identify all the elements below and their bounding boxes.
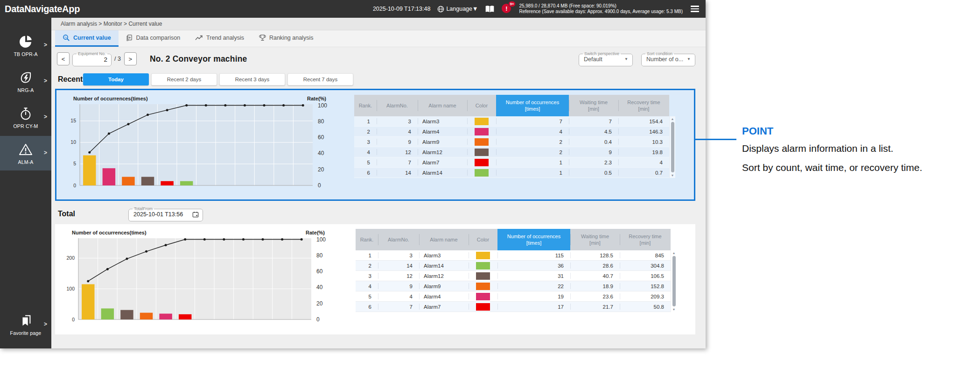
- pareto-bar-Alarm12: [141, 177, 154, 185]
- equipment-prev-button[interactable]: <: [57, 52, 70, 65]
- alarm-row-Alarm4[interactable]: 54Alarm41923.6209.3: [356, 291, 671, 302]
- cell-recovery: 146.3: [618, 127, 669, 136]
- sort-condition-value: Number of o...: [646, 56, 683, 63]
- menu-icon[interactable]: [690, 5, 700, 13]
- alert-notification-icon[interactable]: ! 9+: [502, 4, 512, 14]
- scroll-down-icon[interactable]: ▼: [672, 307, 676, 312]
- tab-data-comparison[interactable]: Data comparison: [119, 30, 188, 47]
- column-header-text: AlarmNo.: [388, 236, 409, 243]
- column-header-recovery[interactable]: Recovery time[min]: [620, 229, 671, 250]
- scrollbar-thumb[interactable]: [671, 122, 674, 172]
- column-header-occurrences[interactable]: Number of occurrences[times]: [497, 229, 570, 250]
- point-title: POINT: [742, 125, 922, 137]
- document-compare-icon: [126, 34, 133, 42]
- pareto-bar-Alarm12: [120, 310, 133, 319]
- sidebar-item-nrg-a[interactable]: NRG-A >: [0, 64, 51, 99]
- chart-right-axis-title: Rate(%): [307, 96, 326, 101]
- scroll-up-icon[interactable]: ▲: [671, 116, 674, 121]
- equipment-next-button[interactable]: >: [124, 52, 137, 65]
- column-header-color[interactable]: Color: [469, 229, 497, 250]
- cell-occurrences: 22: [497, 281, 570, 291]
- column-header-name[interactable]: Alarm name: [418, 95, 467, 116]
- alarm-row-Alarm4[interactable]: 24Alarm444.5146.3: [354, 127, 669, 137]
- cell-name: Alarm12: [418, 147, 467, 157]
- range-button-recent-3-days[interactable]: Recent 3 days: [219, 73, 285, 85]
- alarm-row-Alarm12[interactable]: 312Alarm123140.7106.5: [356, 271, 671, 281]
- column-header-alarm_no[interactable]: AlarmNo.: [378, 229, 419, 250]
- manual-book-icon[interactable]: [485, 5, 495, 13]
- chevron-right-icon: >: [44, 78, 47, 84]
- pie-chart-icon: [18, 34, 33, 49]
- column-header-waiting[interactable]: Waiting time[min]: [569, 95, 618, 116]
- sidebar-item-opr-cy-m[interactable]: OPR CY-M >: [0, 100, 51, 135]
- scroll-down-icon[interactable]: ▼: [671, 173, 674, 178]
- magnifier-icon: [63, 34, 70, 42]
- alarm-row-Alarm3[interactable]: 13Alarm377154.4: [354, 116, 669, 127]
- sidebar-item-label: NRG-A: [18, 87, 34, 93]
- breadcrumb[interactable]: Alarm analysis > Monitor > Current value: [51, 18, 706, 30]
- switch-perspective-dropdown[interactable]: Switch perspective Default ▼: [579, 52, 633, 66]
- chevron-right-icon: >: [44, 113, 47, 120]
- recent-alarm-panel: Number of occurrences(times) Rate(%) 051…: [55, 89, 695, 201]
- svg-text:15: 15: [70, 118, 76, 123]
- range-button-recent-2-days[interactable]: Recent 2 days: [151, 73, 217, 85]
- column-header-rank[interactable]: Rank.: [354, 95, 377, 116]
- column-header-occurrences[interactable]: Number of occurrences[times]: [496, 95, 569, 116]
- scrollbar-thumb[interactable]: [672, 256, 676, 306]
- range-button-recent-7-days[interactable]: Recent 7 days: [287, 73, 353, 85]
- cell-occurrences: 19: [497, 291, 570, 301]
- table-scrollbar[interactable]: ▲ ▼: [669, 116, 675, 178]
- column-header-color[interactable]: Color: [467, 95, 496, 116]
- tab-ranking-analysis[interactable]: Ranking analysis: [252, 30, 321, 47]
- sidebar-item-favorite-page[interactable]: Favorite page >: [0, 307, 51, 342]
- cell-rank: 4: [354, 147, 377, 157]
- column-header-waiting[interactable]: Waiting time[min]: [570, 229, 620, 250]
- tab-bar: Current value Data comparison Trend anal…: [51, 30, 706, 47]
- equipment-row: < Equipment No. 2 / 3 > No. 2 Conveyor m…: [51, 47, 706, 71]
- column-header-name[interactable]: Alarm name: [419, 229, 469, 250]
- column-header-recovery[interactable]: Recovery time[min]: [618, 95, 669, 116]
- alarm-row-Alarm9[interactable]: 49Alarm92218.9152.8: [356, 281, 671, 291]
- sidebar-item-alm-a[interactable]: ALM-A >: [0, 136, 51, 170]
- cell-color: [467, 137, 496, 147]
- range-button-today[interactable]: Today: [83, 73, 149, 85]
- cell-name: Alarm3: [419, 250, 469, 260]
- sort-condition-label: Sort condition: [645, 52, 674, 56]
- sidebar-item-label: TB OPR-A: [14, 51, 37, 57]
- recent-pareto-chart: Number of occurrences(times) Rate(%) 051…: [63, 93, 337, 199]
- cell-name: Alarm14: [418, 168, 467, 177]
- svg-text:60: 60: [318, 134, 324, 141]
- current-datetime: 2025-10-09 T17:13:48: [373, 6, 430, 12]
- alarm-row-Alarm3[interactable]: 13Alarm3115128.5845: [356, 250, 671, 261]
- cell-name: Alarm7: [419, 302, 469, 312]
- alarm-row-Alarm14[interactable]: 614Alarm1410.50.7: [354, 168, 669, 178]
- alarm-row-Alarm9[interactable]: 39Alarm920.410.3: [354, 137, 669, 147]
- cell-name: Alarm14: [419, 261, 469, 270]
- svg-text:200: 200: [66, 255, 75, 261]
- total-alarm-panel: Number of occurrences(times) Rate(%) 010…: [55, 224, 695, 334]
- total-from-date-field[interactable]: TotalFrom 2025-10-01 T13:56: [128, 207, 203, 221]
- app-window: DataNavigateApp 2025-10-09 T17:13:48 Lan…: [0, 0, 706, 348]
- cell-rank: 2: [356, 261, 378, 270]
- cell-waiting: 0.4: [569, 137, 618, 147]
- alarm-row-Alarm7[interactable]: 67Alarm71721.750.8: [356, 302, 671, 312]
- sort-condition-dropdown[interactable]: Sort condition Number of o... ▼: [641, 52, 695, 66]
- storage-info: 25,989.0 / 28,870.4 MB (Free space: 90.0…: [519, 3, 683, 15]
- equipment-number-field[interactable]: Equipment No. 2: [72, 52, 112, 66]
- sidebar-item-tb-opr-a[interactable]: TB OPR-A >: [0, 28, 51, 63]
- column-header-alarm_no[interactable]: AlarmNo.: [377, 95, 418, 116]
- cell-occurrences: 1: [496, 157, 569, 167]
- language-selector[interactable]: Language▼: [437, 6, 478, 13]
- alarm-row-Alarm14[interactable]: 214Alarm143628.6304.8: [356, 261, 671, 271]
- column-header-rank[interactable]: Rank.: [356, 229, 378, 250]
- alarm-row-Alarm7[interactable]: 57Alarm712.34: [354, 157, 669, 168]
- cell-color: [469, 250, 497, 260]
- tab-trend-analysis[interactable]: Trend analysis: [188, 30, 252, 47]
- tab-current-value[interactable]: Current value: [55, 30, 119, 47]
- alarm-row-Alarm12[interactable]: 412Alarm122919.8: [354, 147, 669, 157]
- scroll-up-icon[interactable]: ▲: [672, 250, 676, 255]
- tab-label: Ranking analysis: [269, 35, 314, 41]
- alarm-color-swatch: [475, 159, 489, 166]
- column-header-text: Waiting time: [581, 233, 609, 240]
- table-scrollbar[interactable]: ▲ ▼: [671, 250, 677, 312]
